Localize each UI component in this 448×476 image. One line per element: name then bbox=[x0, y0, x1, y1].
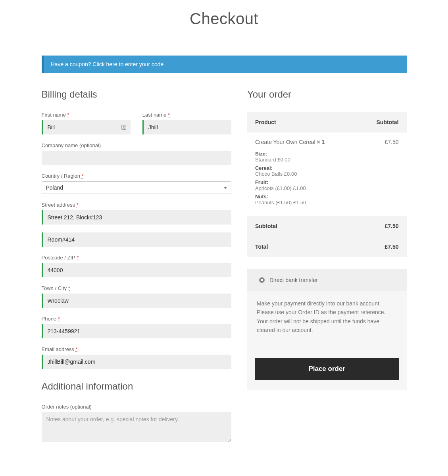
order-notes-label: Order notes (optional) bbox=[42, 404, 231, 410]
order-total-value: £7.50 bbox=[385, 244, 398, 250]
coupon-link[interactable]: Click here to enter your code bbox=[92, 61, 163, 67]
order-attr-value: Peanuts (£1.50) £1.50 bbox=[255, 200, 399, 205]
company-label: Company name (optional) bbox=[42, 142, 231, 148]
city-label: Town / City * bbox=[42, 285, 231, 291]
order-attr-value: Apricots (£1.00) £1.00 bbox=[255, 185, 399, 191]
radio-selected-icon bbox=[259, 277, 265, 283]
city-field[interactable] bbox=[42, 294, 231, 308]
order-col-subtotal: Subtotal bbox=[377, 119, 399, 125]
coupon-prefix: Have a coupon? bbox=[51, 61, 93, 67]
street1-field[interactable] bbox=[42, 210, 231, 225]
phone-label: Phone * bbox=[42, 316, 231, 322]
postcode-label: Postcode / ZIP * bbox=[42, 255, 231, 261]
first-name-field[interactable] bbox=[42, 120, 131, 134]
last-name-field[interactable] bbox=[142, 120, 231, 134]
order-subtotal-value: £7.50 bbox=[385, 223, 398, 229]
order-attr-label: Size: bbox=[255, 151, 399, 157]
order-attr-value: Standard £0.00 bbox=[255, 157, 399, 163]
payment-option-label: Direct bank transfer bbox=[269, 277, 318, 283]
email-label: Email address * bbox=[42, 346, 231, 352]
order-heading: Your order bbox=[247, 89, 407, 100]
country-label: Country / Region * bbox=[42, 173, 231, 179]
order-col-product: Product bbox=[255, 119, 276, 125]
contact-card-icon bbox=[121, 125, 127, 130]
order-item-price: £7.50 bbox=[385, 139, 398, 145]
order-summary: Product Subtotal Create Your Own Cereal … bbox=[247, 112, 407, 257]
company-field[interactable] bbox=[42, 151, 231, 165]
postcode-field[interactable] bbox=[42, 263, 231, 277]
phone-field[interactable] bbox=[42, 324, 231, 338]
billing-heading: Billing details bbox=[42, 89, 231, 100]
additional-heading: Additional information bbox=[42, 381, 231, 392]
order-attr-label: Fruit: bbox=[255, 179, 399, 185]
order-attr-label: Cereal: bbox=[255, 165, 399, 171]
order-attr-value: Choco Balls £0.00 bbox=[255, 171, 399, 177]
email-field[interactable] bbox=[42, 355, 231, 369]
street2-field[interactable] bbox=[42, 232, 231, 247]
order-item-name: Create Your Own Cereal × 1 bbox=[255, 139, 325, 145]
payment-description: Make your payment directly into our bank… bbox=[247, 291, 407, 346]
payment-box: Direct bank transfer Make your payment d… bbox=[247, 269, 407, 390]
first-name-label: First name * bbox=[42, 112, 131, 118]
street-label: Street address * bbox=[42, 202, 231, 208]
order-subtotal-label: Subtotal bbox=[255, 223, 277, 229]
coupon-banner[interactable]: Have a coupon? Click here to enter your … bbox=[42, 56, 407, 73]
order-notes-field[interactable] bbox=[42, 412, 231, 442]
page-title: Checkout bbox=[42, 10, 407, 28]
svg-point-1 bbox=[123, 126, 124, 127]
country-select[interactable]: Poland bbox=[42, 181, 231, 194]
last-name-label: Last name * bbox=[142, 112, 231, 118]
payment-option-bank-transfer[interactable]: Direct bank transfer bbox=[247, 269, 407, 291]
place-order-button[interactable]: Place order bbox=[255, 358, 399, 380]
order-total-label: Total bbox=[255, 244, 268, 250]
order-attr-label: Nuts: bbox=[255, 194, 399, 200]
